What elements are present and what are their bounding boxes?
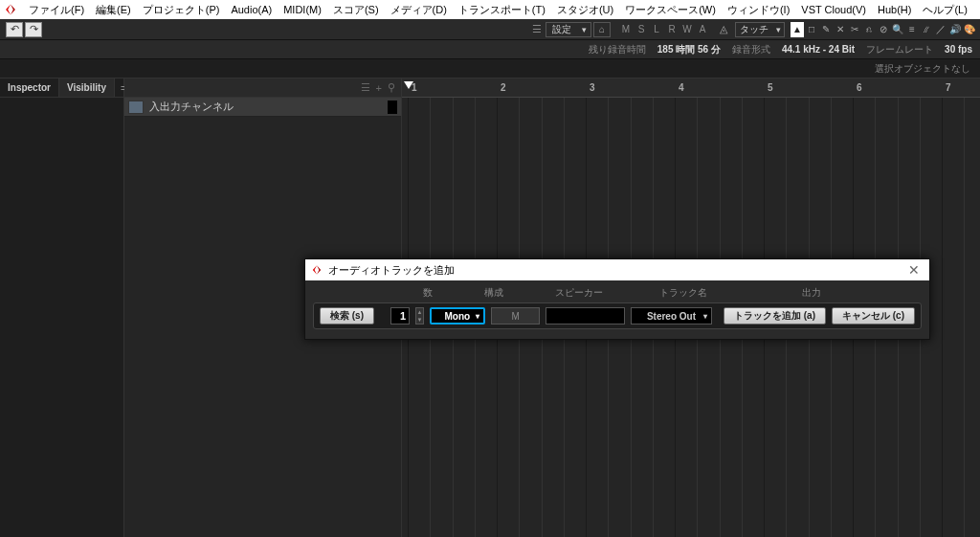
format-label: 録音形式 bbox=[732, 43, 770, 56]
range-tool-icon[interactable]: □ bbox=[805, 22, 818, 37]
inspector-panel: Inspector Visibility = bbox=[0, 78, 124, 537]
write-toggle[interactable]: W bbox=[679, 22, 695, 37]
browse-button[interactable]: 検索 (s) bbox=[320, 307, 374, 324]
ruler-marker: 3 bbox=[590, 82, 595, 93]
menu-workspace[interactable]: ワークスペース(W) bbox=[619, 3, 722, 17]
menu-audio[interactable]: Audio(A) bbox=[225, 4, 278, 15]
ruler-marker: 5 bbox=[768, 82, 773, 93]
split-tool-icon[interactable]: ✂ bbox=[848, 22, 861, 37]
erase-tool-icon[interactable]: ✕ bbox=[834, 22, 847, 37]
dialog-titlebar[interactable]: オーディオトラックを追加 ✕ bbox=[305, 259, 929, 280]
track-meter bbox=[388, 101, 397, 114]
dialog-logo-icon bbox=[311, 264, 323, 276]
header-output: 出力 bbox=[749, 286, 874, 300]
zoom-tool-icon[interactable]: 🔍 bbox=[891, 22, 904, 37]
draw-tool-icon[interactable]: ✎ bbox=[819, 22, 833, 37]
ruler-marker: 7 bbox=[946, 82, 951, 93]
home-button[interactable]: ⌂ bbox=[593, 22, 611, 37]
menu-project[interactable]: プロジェクト(P) bbox=[137, 3, 226, 17]
close-icon[interactable]: ✕ bbox=[904, 262, 924, 278]
pointer-tool-icon[interactable]: ▲ bbox=[791, 22, 804, 37]
status-bar: 残り録音時間 185 時間 56 分 録音形式 44.1 kHz - 24 Bi… bbox=[0, 40, 980, 59]
output-select[interactable]: Stereo Out bbox=[631, 307, 712, 324]
track-config-icon[interactable]: ☰ bbox=[361, 81, 370, 94]
menu-vstcloud[interactable]: VST Cloud(V) bbox=[795, 4, 872, 15]
tab-visibility[interactable]: Visibility bbox=[59, 78, 115, 97]
header-config: 構成 bbox=[451, 286, 537, 300]
ruler-marker: 2 bbox=[501, 82, 506, 93]
track-search-icon[interactable]: ⚲ bbox=[388, 81, 395, 94]
tool-palette: ▲ □ ✎ ✕ ✂ ⎌ ⊘ 🔍 ≡ ⫽ ／ 🔊 🎨 bbox=[791, 22, 976, 37]
glue-tool-icon[interactable]: ⎌ bbox=[862, 22, 876, 37]
mute-toggle[interactable]: M bbox=[618, 22, 634, 37]
menu-midi[interactable]: MIDI(M) bbox=[278, 4, 327, 15]
color-tool-icon[interactable]: 🎨 bbox=[963, 22, 976, 37]
app-logo-icon bbox=[4, 3, 17, 16]
toolbar-config-select[interactable]: 設定 bbox=[546, 22, 591, 37]
tab-inspector[interactable]: Inspector bbox=[0, 78, 59, 97]
header-speaker: スピーカー bbox=[541, 286, 617, 300]
cancel-button[interactable]: キャンセル (c) bbox=[832, 307, 915, 324]
menu-hub[interactable]: Hub(H) bbox=[872, 4, 917, 15]
track-row[interactable]: 入出力チャンネル bbox=[124, 98, 401, 117]
speaker-display: M bbox=[491, 307, 540, 324]
count-input[interactable]: 1 bbox=[390, 307, 410, 324]
menu-edit[interactable]: 編集(E) bbox=[90, 3, 137, 17]
format-value: 44.1 kHz - 24 Bit bbox=[782, 44, 855, 55]
warp-tool-icon[interactable]: ⫽ bbox=[920, 22, 933, 37]
ruler-marker: 4 bbox=[679, 82, 684, 93]
add-track-button[interactable]: トラックを追加 (a) bbox=[724, 307, 826, 324]
menu-help[interactable]: ヘルプ(L) bbox=[917, 3, 972, 17]
menubar: ファイル(F) 編集(E) プロジェクト(P) Audio(A) MIDI(M)… bbox=[0, 0, 980, 19]
config-menu-icon[interactable]: ☰ bbox=[532, 23, 542, 35]
header-count: 数 bbox=[409, 286, 447, 300]
add-audio-track-dialog: オーディオトラックを追加 ✕ 数 構成 スピーカー トラック名 出力 検索 (s… bbox=[304, 258, 930, 340]
menu-transport[interactable]: トランスポート(T) bbox=[453, 3, 551, 17]
dialog-title: オーディオトラックを追加 bbox=[328, 263, 899, 278]
listen-toggle[interactable]: L bbox=[649, 22, 664, 37]
track-add-icon[interactable]: + bbox=[376, 82, 382, 94]
track-list-header: ☰ + ⚲ bbox=[124, 78, 401, 98]
ruler-marker: 6 bbox=[857, 82, 862, 93]
read-toggle[interactable]: R bbox=[664, 22, 679, 37]
track-name: 入出力チャンネル bbox=[149, 100, 382, 114]
toolbar: ↶ ↷ ☰ 設定 ⌂ M S L R W A ◬ タッチ ▲ □ ✎ ✕ ✂ ⎌… bbox=[0, 19, 980, 40]
count-spinner[interactable]: ▲▼ bbox=[415, 307, 423, 324]
automation-panel-icon[interactable]: ◬ bbox=[716, 22, 731, 37]
header-trackname: トラック名 bbox=[621, 286, 746, 300]
menu-media[interactable]: メディア(D) bbox=[385, 3, 453, 17]
ruler-marker: 1 bbox=[412, 82, 417, 93]
menu-window[interactable]: ウィンドウ(I) bbox=[722, 3, 795, 17]
framerate-value: 30 fps bbox=[945, 44, 972, 55]
channel-config-select[interactable]: Mono bbox=[430, 307, 486, 324]
menu-score[interactable]: スコア(S) bbox=[327, 3, 385, 17]
redo-button[interactable]: ↷ bbox=[25, 22, 42, 37]
mute-tool-icon[interactable]: ⊘ bbox=[877, 22, 890, 37]
framerate-label: フレームレート bbox=[866, 43, 933, 56]
automation-mode-select[interactable]: タッチ bbox=[735, 22, 785, 37]
menu-studio[interactable]: スタジオ(U) bbox=[551, 3, 619, 17]
comp-tool-icon[interactable]: ≡ bbox=[905, 22, 919, 37]
info-line: 選択オブジェクトなし bbox=[0, 59, 980, 78]
solo-toggle[interactable]: S bbox=[634, 22, 649, 37]
ruler[interactable]: 1 2 3 4 5 6 7 bbox=[402, 78, 980, 98]
track-name-input[interactable] bbox=[546, 307, 624, 324]
automation-toggle[interactable]: A bbox=[695, 22, 710, 37]
io-channel-icon bbox=[128, 101, 144, 114]
remain-value: 185 時間 56 分 bbox=[657, 43, 721, 56]
menu-file[interactable]: ファイル(F) bbox=[23, 3, 90, 17]
line-tool-icon[interactable]: ／ bbox=[934, 22, 947, 37]
undo-button[interactable]: ↶ bbox=[6, 22, 23, 37]
play-tool-icon[interactable]: 🔊 bbox=[948, 22, 962, 37]
remain-label: 残り録音時間 bbox=[589, 43, 646, 56]
